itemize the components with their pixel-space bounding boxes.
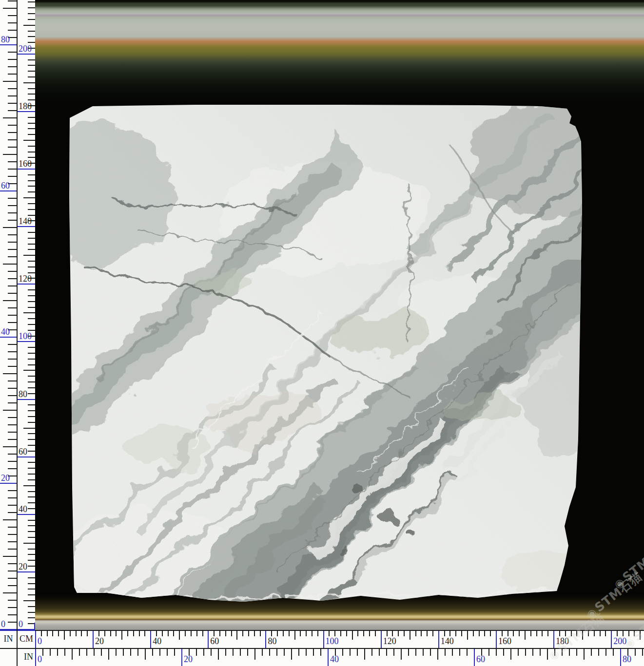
- major-gridline: [438, 630, 439, 648]
- tick: [8, 242, 18, 243]
- tick: [8, 563, 18, 564]
- tick: [393, 649, 394, 656]
- tick: [8, 139, 18, 140]
- tick: [430, 649, 431, 656]
- tick: [28, 99, 35, 100]
- tick: [8, 351, 18, 352]
- tick: [214, 631, 215, 636]
- tick: [8, 497, 18, 498]
- ruler-label: 0: [19, 619, 23, 629]
- tick: [427, 631, 428, 636]
- tick: [510, 649, 511, 660]
- ruler-label: 60: [476, 654, 485, 664]
- tick: [86, 649, 87, 656]
- ruler-label: 100: [326, 636, 339, 646]
- tick: [642, 649, 643, 656]
- tick: [467, 631, 468, 640]
- major-gridline: [35, 648, 36, 666]
- tick: [8, 417, 18, 418]
- tick: [240, 649, 241, 656]
- tick: [588, 631, 589, 636]
- tick: [461, 631, 462, 636]
- tick: [8, 110, 18, 111]
- tick: [8, 74, 18, 75]
- major-gridline: [474, 648, 475, 666]
- tick: [598, 649, 599, 656]
- tick: [364, 649, 365, 660]
- tick: [8, 541, 18, 542]
- tick: [3, 81, 18, 82]
- tick: [496, 649, 497, 656]
- vertical-ruler-inches: 020406080: [0, 0, 18, 630]
- tick: [28, 549, 35, 550]
- tick: [8, 176, 18, 177]
- tick: [554, 649, 555, 656]
- tick: [467, 649, 468, 656]
- tick: [8, 161, 18, 162]
- tick: [236, 631, 237, 640]
- tick: [8, 249, 18, 250]
- tick: [3, 410, 18, 411]
- tick: [179, 631, 180, 640]
- tick: [8, 315, 18, 316]
- tick: [455, 631, 456, 636]
- ruler-label: 60: [1, 181, 10, 190]
- tick: [116, 649, 117, 656]
- tick: [28, 289, 35, 290]
- tick: [410, 631, 410, 640]
- tick: [70, 631, 71, 636]
- tick: [8, 534, 18, 535]
- tick: [8, 614, 18, 615]
- horizontal-ruler-inches: 020406080: [35, 648, 644, 666]
- ruler-label: 20: [1, 473, 10, 483]
- tick: [152, 649, 153, 656]
- tick: [28, 117, 35, 118]
- tick: [8, 95, 18, 96]
- marble-slab-image: [68, 105, 584, 608]
- tick: [298, 649, 299, 656]
- tick: [415, 631, 416, 636]
- tick: [423, 649, 424, 656]
- major-gridline: [18, 284, 35, 285]
- tick: [8, 293, 18, 294]
- tick: [600, 631, 601, 636]
- tick: [42, 649, 43, 656]
- vertical-ruler-cm: 020406080100120140160180200: [18, 0, 35, 630]
- tick: [185, 631, 186, 636]
- tick: [28, 353, 35, 354]
- tick: [8, 198, 18, 199]
- major-gridline: [18, 226, 35, 227]
- tick: [3, 300, 18, 301]
- tick: [530, 631, 531, 636]
- tick: [404, 631, 405, 636]
- tick: [64, 631, 65, 640]
- ruler-label: 100: [19, 331, 32, 341]
- tick: [28, 554, 35, 555]
- tick: [8, 66, 18, 67]
- ruler-label: 40: [19, 504, 27, 514]
- corner-label-cm: CM: [18, 630, 35, 648]
- tick: [294, 631, 295, 640]
- tick: [28, 318, 35, 319]
- major-gridline: [381, 630, 382, 648]
- tick: [277, 631, 278, 636]
- tick: [28, 244, 35, 245]
- tick: [8, 454, 18, 455]
- major-gridline: [323, 630, 324, 648]
- tick: [8, 0, 18, 1]
- tick: [145, 649, 146, 660]
- tick: [139, 631, 140, 636]
- tick: [28, 347, 35, 348]
- tick: [640, 631, 641, 640]
- tick: [392, 631, 393, 636]
- tick: [174, 649, 175, 656]
- tick: [306, 631, 307, 636]
- tick: [8, 424, 18, 425]
- tick: [28, 439, 35, 440]
- tick: [23, 543, 35, 544]
- tick: [28, 491, 35, 492]
- tick: [28, 502, 35, 503]
- tick: [8, 132, 18, 133]
- tick: [28, 134, 35, 135]
- ruler-zero-notch: [34, 623, 35, 630]
